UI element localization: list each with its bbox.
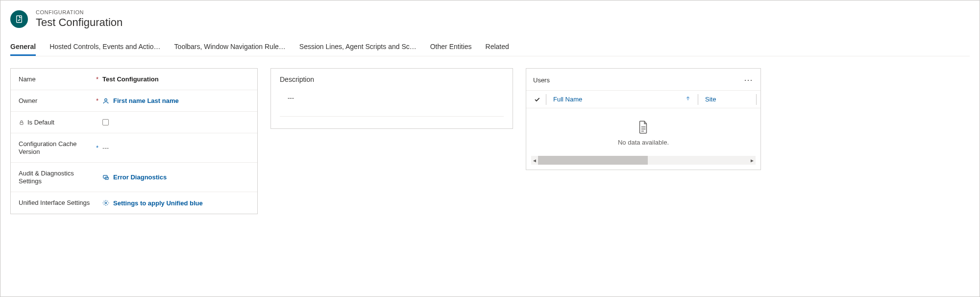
field-label: Audit & Diagnostics Settings: [19, 170, 92, 185]
scroll-left-icon[interactable]: ◄: [531, 158, 538, 163]
field-label: Name: [19, 75, 36, 83]
field-owner[interactable]: Owner * First name Last name: [11, 90, 257, 112]
field-label: Owner: [19, 97, 37, 104]
scrollbar-thumb[interactable]: [538, 156, 648, 165]
svg-rect-0: [17, 16, 22, 23]
tab-general[interactable]: General: [10, 43, 36, 56]
unified-link[interactable]: Settings to apply Unified blue: [113, 199, 203, 207]
field-is-default[interactable]: Is Default *: [11, 112, 257, 133]
page-title: Test Configuration: [36, 16, 122, 29]
entity-icon: [10, 10, 28, 28]
required-indicator: *: [96, 75, 98, 83]
fields-card: Name * Test Configuration Owner * First …: [10, 68, 258, 214]
tab-bar: General Hosted Controls, Events and Acti…: [10, 43, 970, 56]
svg-point-1: [105, 99, 107, 101]
column-full-name[interactable]: Full Name: [548, 94, 696, 105]
name-value: Test Configuration: [102, 75, 159, 83]
tab-other-entities[interactable]: Other Entities: [430, 43, 472, 56]
svg-point-5: [105, 202, 107, 204]
field-unified-interface[interactable]: Unified Interface Settings * Settings to…: [11, 192, 257, 214]
description-value: ---: [288, 94, 294, 101]
required-indicator: *: [96, 97, 98, 104]
person-icon: [102, 98, 109, 104]
field-label: Unified Interface Settings: [19, 199, 90, 207]
owner-link[interactable]: First name Last name: [113, 97, 179, 104]
diagnostics-icon: [102, 174, 109, 181]
empty-text: No data available.: [526, 139, 760, 146]
users-grid-header: Full Name Site: [526, 90, 760, 108]
field-audit[interactable]: Audit & Diagnostics Settings * Error Dia…: [11, 163, 257, 192]
page-header: CONFIGURATION Test Configuration: [10, 9, 970, 29]
users-more-button[interactable]: ⋯: [744, 74, 754, 85]
lock-icon: [19, 120, 24, 125]
description-field[interactable]: ---: [280, 90, 504, 117]
cache-version-value: ---: [102, 144, 109, 151]
audit-link[interactable]: Error Diagnostics: [113, 173, 167, 181]
field-cache-version[interactable]: Configuration Cache Version * ---: [11, 133, 257, 163]
field-label: Is Default: [27, 119, 54, 126]
tab-hosted-controls[interactable]: Hosted Controls, Events and Actio…: [49, 43, 160, 56]
field-name[interactable]: Name * Test Configuration: [11, 69, 257, 90]
description-label: Description: [280, 75, 504, 83]
entity-overline: CONFIGURATION: [36, 9, 122, 15]
users-card: Users ⋯ Full Name Site No da: [526, 68, 761, 170]
tab-session-lines[interactable]: Session Lines, Agent Scripts and Sc…: [299, 43, 416, 56]
sort-asc-icon: [685, 96, 691, 103]
users-empty-state: No data available.: [526, 108, 760, 154]
users-title: Users: [533, 76, 550, 84]
field-label: Configuration Cache Version: [19, 140, 92, 155]
horizontal-scrollbar[interactable]: ◄ ►: [531, 156, 756, 165]
tab-toolbars[interactable]: Toolbars, Window Navigation Rule…: [174, 43, 286, 56]
column-site[interactable]: Site: [700, 94, 754, 105]
tab-related[interactable]: Related: [486, 43, 509, 56]
select-all-checkbox[interactable]: [530, 96, 544, 103]
scroll-right-icon[interactable]: ►: [749, 158, 756, 163]
description-card: Description ---: [270, 68, 513, 129]
svg-rect-3: [103, 175, 107, 178]
required-indicator: *: [96, 144, 98, 151]
settings-icon: [102, 199, 109, 206]
svg-rect-2: [20, 122, 23, 124]
is-default-checkbox[interactable]: [102, 119, 109, 125]
document-icon: [637, 120, 650, 135]
